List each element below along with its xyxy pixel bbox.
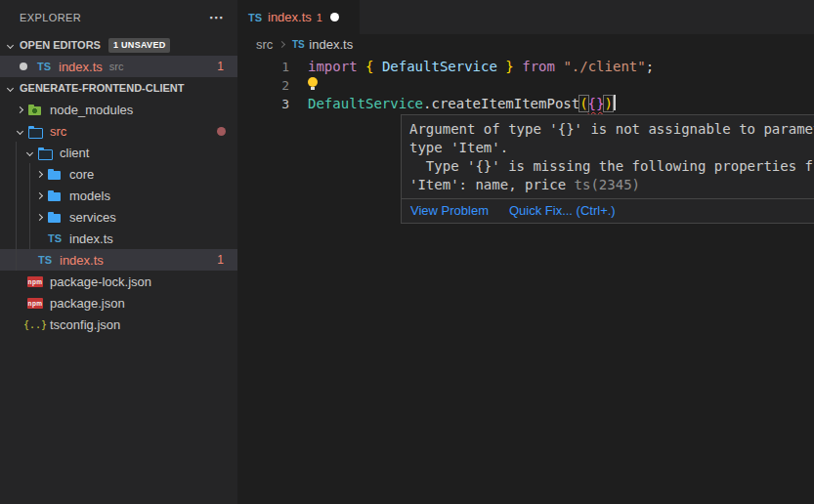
folder-npm-icon [27,102,43,117]
ts-icon [47,231,63,246]
chevron-right-icon [35,213,42,220]
open-editor-file-path: src [109,61,124,72]
code-editor[interactable]: 1import { DefaultService } from "./clien… [237,55,814,113]
tree-item-label: services [69,210,116,225]
tree-item-node_modules[interactable]: node_modules [0,99,237,120]
tab-index-ts[interactable]: index.ts 1 [237,0,360,34]
editor-area: index.ts 1 src index.ts 1import { Defaul… [237,0,814,504]
code-line-2[interactable]: 2 [237,76,814,95]
project-section-header[interactable]: GENERATE-FRONTEND-CLIENT [0,77,237,99]
vscode-window: EXPLORER ⋯ OPEN EDITORS 1 UNSAVED index.… [0,0,814,504]
lightbulb-icon[interactable] [308,76,318,90]
tree-item-label: index.ts [69,231,113,246]
more-actions-icon[interactable]: ⋯ [209,13,224,22]
tree-item-package.json[interactable]: package.json [0,292,237,314]
chevron-down-icon [7,84,14,91]
json-icon [27,316,43,332]
tree-item-models[interactable]: models [0,185,237,206]
tree-item-index.ts[interactable]: index.ts1 [0,249,237,271]
project-name-label: GENERATE-FRONTEND-CLIENT [20,82,184,94]
tree-item-label: models [69,189,110,203]
breadcrumb-file[interactable]: index.ts [309,37,353,52]
error-count-badge: 1 [217,253,224,267]
tab-file-name: index.ts [268,10,312,24]
unsaved-dot-icon[interactable] [330,13,339,21]
tooltip-actions: View Problem Quick Fix... (Ctrl+.) [402,198,814,223]
breadcrumb: src index.ts [237,34,814,55]
ts-icon [37,252,53,268]
tree-item-label: core [69,167,94,182]
tree-item-label: client [60,146,89,160]
chevron-down-icon [16,127,22,134]
typescript-file-icon [36,59,52,74]
code-line-3[interactable]: 3DefaultService.createItemItemPost({}) [237,95,814,113]
tree-item-label: package.json [50,296,125,311]
line-number: 1 [237,58,289,76]
sidebar-header: EXPLORER ⋯ [0,0,237,34]
chevron-right-icon [35,170,42,177]
explorer-title: EXPLORER [20,12,81,23]
tree-item-label: index.ts [60,253,104,268]
tree-item-label: package-lock.json [50,274,151,289]
error-count-badge: 1 [217,60,224,73]
file-tree: node_modulessrcclientcoremodelsservicesi… [0,99,237,335]
unsaved-badge: 1 UNSAVED [108,38,171,53]
open-editor-file-name: index.ts [59,60,103,74]
folder-icon [47,209,63,225]
folder-error-dot-icon [217,127,226,136]
npm-icon [27,273,43,289]
modified-dot-icon [20,63,27,70]
tab-error-count: 1 [317,12,322,23]
tab-bar: index.ts 1 [237,0,814,34]
tree-item-client[interactable]: client [0,142,237,163]
line-number: 2 [237,76,289,95]
open-editor-item-index-ts[interactable]: index.ts src 1 [0,56,237,77]
chevron-right-icon [278,41,285,48]
folder-icon [47,166,63,182]
line-number: 3 [237,95,289,113]
text-cursor [614,95,616,110]
typescript-file-icon [247,10,263,25]
tree-item-index.ts[interactable]: index.ts [0,228,237,249]
tree-item-label: node_modules [50,103,133,117]
open-editors-section-header[interactable]: OPEN EDITORS 1 UNSAVED [0,34,237,56]
chevron-down-icon [25,148,32,155]
tree-item-package-lock.json[interactable]: package-lock.json [0,271,237,292]
tree-item-services[interactable]: services [0,206,237,228]
typescript-file-icon [291,37,305,53]
error-tooltip: Argument of type '{}' is not assignable … [401,114,814,224]
tree-item-label: tsconfig.json [50,317,120,332]
tree-item-tsconfig.json[interactable]: tsconfig.json [0,314,237,335]
chevron-right-icon [35,191,42,198]
tree-item-label: src [50,124,66,139]
tree-item-src[interactable]: src [0,120,237,142]
npm-icon [27,295,43,311]
explorer-sidebar: EXPLORER ⋯ OPEN EDITORS 1 UNSAVED index.… [0,0,237,504]
folder-icon [47,188,63,203]
folder-open-icon [37,145,53,160]
chevron-right-icon [16,105,22,112]
view-problem-link[interactable]: View Problem [410,203,489,218]
quick-fix-link[interactable]: Quick Fix... (Ctrl+.) [509,203,616,218]
open-editors-label: OPEN EDITORS [20,39,101,51]
error-message: Argument of type '{}' is not assignable … [402,115,814,198]
folder-open-icon [27,123,43,139]
chevron-down-icon [7,41,14,48]
code-line-1[interactable]: 1import { DefaultService } from "./clien… [237,58,814,76]
breadcrumb-folder[interactable]: src [256,37,273,52]
tree-item-core[interactable]: core [0,163,237,185]
